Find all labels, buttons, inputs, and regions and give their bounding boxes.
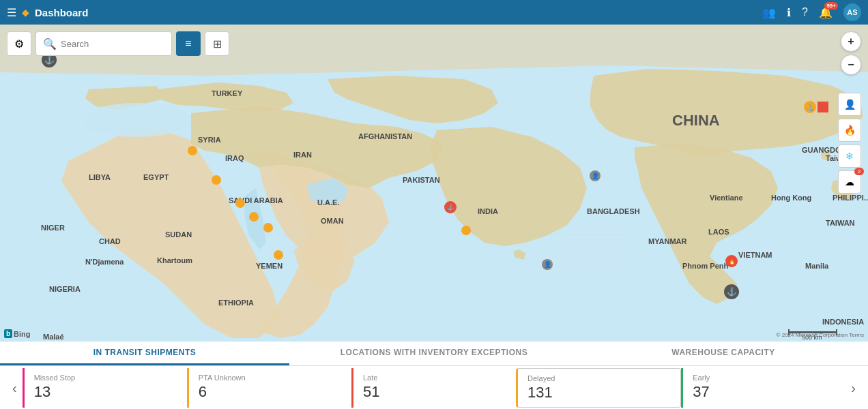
legend-fire-icon: 🔥 xyxy=(844,125,856,136)
bing-logo: b Bing xyxy=(4,329,31,338)
pin-cluster[interactable]: ⚓ xyxy=(804,101,828,113)
zoom-out-button[interactable]: − xyxy=(841,55,861,75)
stat-pta-value: 6 xyxy=(199,383,342,401)
stat-delayed-value: 131 xyxy=(527,384,671,402)
map-pin-orange-6[interactable] xyxy=(274,250,283,260)
map-legend: 👤 🔥 ❄ ☁ 2 xyxy=(838,93,861,194)
map-pin-gray-1[interactable]: 👤 xyxy=(590,170,601,181)
tab-in-transit[interactable]: IN TRANSIT SHIPMENTS xyxy=(0,342,289,365)
stat-pta-unknown[interactable]: PTA Unknown 6 xyxy=(187,368,351,408)
tab-inventory-exceptions[interactable]: LOCATIONS WITH INVENTORY EXCEPTIONS xyxy=(289,342,579,365)
nav-prev-button[interactable]: ‹ xyxy=(7,380,23,396)
users-icon[interactable]: 👥 xyxy=(762,6,776,19)
nav-next-button[interactable]: › xyxy=(845,380,861,396)
map-pin-orange-7[interactable] xyxy=(461,226,471,235)
stat-early[interactable]: Early 37 xyxy=(681,368,845,408)
filter-button[interactable]: ⚙ xyxy=(7,31,31,56)
stat-late-value: 51 xyxy=(363,383,506,401)
stat-pta-label: PTA Unknown xyxy=(199,374,342,382)
stat-missed-stop[interactable]: Missed Stop 13 xyxy=(23,368,187,408)
info-icon[interactable]: ℹ xyxy=(787,6,791,19)
map-pin-red-flame[interactable]: 🔥 xyxy=(725,255,738,267)
svg-point-1 xyxy=(82,103,191,137)
bottom-tabs: IN TRANSIT SHIPMENTS LOCATIONS WITH INVE… xyxy=(0,342,868,366)
legend-cloud[interactable]: ☁ 2 xyxy=(838,170,861,194)
stat-cards: Missed Stop 13 PTA Unknown 6 Late 51 Del… xyxy=(23,368,846,408)
hamburger-menu-icon[interactable]: ☰ xyxy=(7,6,16,19)
legend-snowflake[interactable]: ❄ xyxy=(838,145,861,168)
zoom-in-button[interactable]: + xyxy=(841,31,861,52)
list-view-button[interactable]: ≡ xyxy=(176,31,201,56)
search-input[interactable] xyxy=(61,39,164,49)
notification-bell-icon[interactable]: 🔔 99+ xyxy=(819,6,833,19)
tab-warehouse-capacity[interactable]: WAREHOUSE CAPACITY xyxy=(579,342,868,365)
copyright-text: © 2024 Microsoft Corporation Terms xyxy=(777,332,864,338)
grid-view-button[interactable]: ⊞ xyxy=(205,31,229,56)
notification-badge: 99+ xyxy=(824,2,838,10)
legend-snowflake-icon: ❄ xyxy=(845,151,854,162)
stat-late-label: Late xyxy=(363,374,506,382)
header-left: ☰ ◆ Dashboard xyxy=(7,6,88,19)
help-icon[interactable]: ? xyxy=(802,6,808,18)
stat-early-label: Early xyxy=(693,374,836,382)
search-box: 🔍 xyxy=(35,31,172,56)
map-container: 500 km TURKEY SYRIA IRAQ IRAN AFGHANISTA… xyxy=(0,25,868,341)
legend-person[interactable]: 👤 xyxy=(838,93,861,116)
stat-early-value: 37 xyxy=(693,383,836,401)
map-pin-orange-3[interactable] xyxy=(235,198,245,208)
stat-late[interactable]: Late 51 xyxy=(351,368,516,408)
map-pin-gray-2[interactable]: 👤 xyxy=(542,259,553,270)
map-pin-red-ship[interactable]: ⚓ xyxy=(444,201,457,213)
map-toolbar: ⚙ 🔍 ≡ ⊞ xyxy=(7,31,229,56)
bottom-content: ‹ Missed Stop 13 PTA Unknown 6 Late 51 D… xyxy=(0,366,868,409)
map-zoom-controls: + − xyxy=(841,31,861,75)
legend-cloud-badge: 2 xyxy=(854,168,864,175)
svg-point-2 xyxy=(560,222,628,277)
app-header: ☰ ◆ Dashboard 👥 ℹ ? 🔔 99+ AS xyxy=(0,0,868,25)
app-title: Dashboard xyxy=(35,7,88,18)
header-right: 👥 ℹ ? 🔔 99+ AS xyxy=(762,3,861,21)
legend-cloud-icon: ☁ xyxy=(845,177,854,187)
user-avatar[interactable]: AS xyxy=(843,3,861,21)
bing-text: Bing xyxy=(14,330,30,338)
stat-delayed-label: Delayed xyxy=(527,374,671,382)
bing-b-icon: b xyxy=(4,329,12,338)
stat-missed-label: Missed Stop xyxy=(34,374,177,382)
bottom-panel: IN TRANSIT SHIPMENTS LOCATIONS WITH INVE… xyxy=(0,341,868,409)
map-pin-orange-4[interactable] xyxy=(249,212,259,222)
legend-person-icon: 👤 xyxy=(844,99,856,110)
stat-missed-value: 13 xyxy=(34,383,177,401)
stat-delayed[interactable]: Delayed 131 xyxy=(516,368,681,408)
search-icon: 🔍 xyxy=(43,37,57,50)
map-pin-anchor-2[interactable]: ⚓ xyxy=(724,284,739,299)
map-pin-orange-2[interactable] xyxy=(212,175,221,185)
map-pin-orange-5[interactable] xyxy=(263,223,273,232)
legend-fire[interactable]: 🔥 xyxy=(838,119,861,142)
map-pin-orange-1[interactable] xyxy=(188,146,197,155)
brand-diamond-icon: ◆ xyxy=(22,7,29,18)
